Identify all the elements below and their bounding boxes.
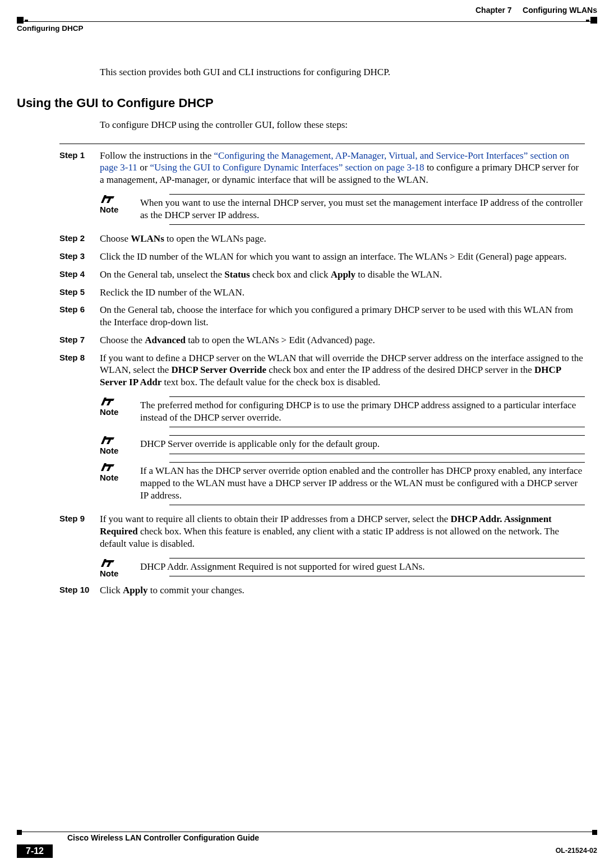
step-1: Step 1 Follow the instructions in the “C… xyxy=(100,150,585,225)
note-block: Note The preferred method for configurin… xyxy=(100,396,585,428)
text: check box. When this feature is enabled,… xyxy=(100,526,559,549)
header-ornament-right xyxy=(585,17,597,24)
step-label: Step 6 xyxy=(59,304,85,315)
step-5: Step 5 Reclick the ID number of the WLAN… xyxy=(100,287,585,299)
step-9: Step 9 If you want to require all client… xyxy=(100,513,585,576)
chapter-title: Configuring WLANs xyxy=(523,6,597,15)
note-text: DHCP Server override is applicable only … xyxy=(140,438,585,450)
step-label: Step 2 xyxy=(59,233,85,243)
chapter-heading: Chapter 7 Configuring WLANs xyxy=(475,6,597,15)
footer-divider xyxy=(17,832,597,832)
note-block: Note If a WLAN has the DHCP server overr… xyxy=(100,462,585,505)
ui-element: WLANs xyxy=(131,233,164,244)
step-8: Step 8 If you want to define a DHCP serv… xyxy=(100,352,585,506)
step-label: Step 3 xyxy=(59,251,85,261)
page-header: Chapter 7 Configuring WLANs xyxy=(17,6,597,22)
note-label: Note xyxy=(100,472,118,483)
page-number: 7-12 xyxy=(17,844,53,858)
step-label: Step 1 xyxy=(59,150,85,160)
step-6: Step 6 On the General tab, choose the in… xyxy=(100,304,585,329)
lead-paragraph: To configure DHCP using the controller G… xyxy=(100,119,585,131)
header-ornament-left xyxy=(17,17,29,24)
text: Choose xyxy=(100,233,131,244)
doc-number: OL-21524-02 xyxy=(556,847,597,855)
text: Choose the xyxy=(100,335,145,345)
intro-paragraph: This section provides both GUI and CLI i… xyxy=(100,66,585,79)
step-label: Step 9 xyxy=(59,513,85,524)
ui-element: Apply xyxy=(331,269,356,280)
text: to disable the WLAN. xyxy=(356,269,442,280)
text: Reclick the ID number of the WLAN. xyxy=(100,287,585,299)
text: Follow the instructions in the xyxy=(100,150,214,161)
note-text: If a WLAN has the DHCP server override o… xyxy=(140,465,585,501)
text: tab to open the WLANs > Edit (Advanced) … xyxy=(186,335,375,345)
step-2: Step 2 Choose WLANs to open the WLANs pa… xyxy=(100,233,585,245)
chapter-number: Chapter 7 xyxy=(475,6,512,15)
footer-guide-title: Cisco Wireless LAN Controller Configurat… xyxy=(67,833,597,842)
step-7: Step 7 Choose the Advanced tab to open t… xyxy=(100,334,585,347)
text: Click xyxy=(100,585,123,595)
text: check box and click xyxy=(250,269,331,280)
text: If you want to require all clients to ob… xyxy=(100,514,450,524)
step-label: Step 5 xyxy=(59,287,85,297)
heading-gui-configure-dhcp: Using the GUI to Configure DHCP xyxy=(17,95,585,111)
note-block: Note DHCP Addr. Assignment Required is n… xyxy=(100,558,585,577)
text: or xyxy=(137,162,150,173)
ui-element: Advanced xyxy=(145,335,186,345)
text: check box and enter the IP address of th… xyxy=(266,364,534,375)
ui-element: Apply xyxy=(123,585,147,595)
ui-element: DHCP Server Override xyxy=(171,364,266,375)
xref-link[interactable]: “Using the GUI to Configure Dynamic Inte… xyxy=(150,162,424,173)
running-section-title: Configuring DHCP xyxy=(17,24,597,33)
note-label: Note xyxy=(100,204,118,215)
footer-ornament-right xyxy=(592,830,597,835)
note-label: Note xyxy=(100,407,118,417)
note-label: Note xyxy=(100,445,118,456)
ui-element: Status xyxy=(224,269,250,280)
note-text: When you want to use the internal DHCP s… xyxy=(140,197,585,221)
footer-ornament-left xyxy=(17,830,22,835)
note-text: DHCP Addr. Assignment Required is not su… xyxy=(140,561,585,573)
step-label: Step 4 xyxy=(59,269,85,279)
step-3: Step 3 Click the ID number of the WLAN f… xyxy=(100,251,585,263)
text: text box. The default value for the chec… xyxy=(161,377,380,387)
note-label: Note xyxy=(100,568,118,579)
text: On the General tab, unselect the xyxy=(100,269,224,280)
page-footer: Cisco Wireless LAN Controller Configurat… xyxy=(17,832,597,858)
steps-divider xyxy=(59,144,585,144)
step-list: Step 1 Follow the instructions in the “C… xyxy=(100,144,585,597)
text: to commit your changes. xyxy=(148,585,244,595)
step-10: Step 10 Click Apply to commit your chang… xyxy=(100,584,585,597)
text: to open the WLANs page. xyxy=(164,233,266,244)
step-label: Step 8 xyxy=(59,352,85,363)
text: Click the ID number of the WLAN for whic… xyxy=(100,251,585,263)
note-block: Note When you want to use the internal D… xyxy=(100,194,585,225)
text: On the General tab, choose the interface… xyxy=(100,304,585,329)
step-label: Step 10 xyxy=(59,584,89,595)
step-4: Step 4 On the General tab, unselect the … xyxy=(100,269,585,281)
step-label: Step 7 xyxy=(59,334,85,345)
note-text: The preferred method for configuring DHC… xyxy=(140,399,585,424)
note-block: Note DHCP Server override is applicable … xyxy=(100,435,585,454)
